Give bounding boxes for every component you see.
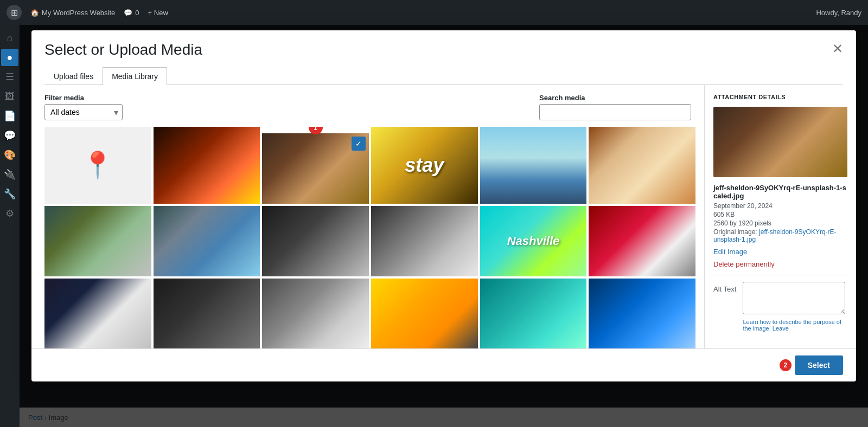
media-item-16[interactable] — [371, 279, 478, 349]
media-grid: 📍 1 ✓ — [44, 127, 700, 348]
panel-date: September 20, 2024 — [713, 202, 847, 210]
media-thumb-11: Nashville — [480, 206, 587, 276]
panel-learn-link[interactable]: Learn how to describe the purpose of the… — [743, 319, 847, 332]
media-thumb-5 — [480, 127, 587, 204]
panel-filename: jeff-sheldon-9SyOKYrq-rE-unsplash-1-scal… — [713, 184, 847, 200]
media-thumb-17 — [480, 279, 587, 349]
panel-dimensions: 2560 by 1920 pixels — [713, 219, 847, 227]
media-grid-wrapper: 📍 1 ✓ — [44, 127, 700, 348]
sidebar-icon-media[interactable]: 🖼 — [1, 88, 18, 105]
media-item-11[interactable]: Nashville — [480, 206, 587, 276]
search-input[interactable] — [539, 104, 691, 120]
media-item-6[interactable] — [589, 127, 695, 204]
media-item-18[interactable] — [589, 279, 695, 349]
media-item-4[interactable]: stay — [371, 127, 478, 204]
media-modal: Select or Upload Media ✕ Upload files Me… — [20, 25, 868, 427]
panel-original-label: Original image: jeff-sheldon-9SyOKYrq-rE… — [713, 228, 847, 243]
media-thumb-13 — [44, 279, 151, 349]
panel-divider — [713, 275, 847, 275]
tab-library[interactable]: Media Library — [103, 67, 167, 85]
panel-thumbnail — [713, 107, 847, 177]
media-thumb-4: stay — [371, 127, 478, 204]
comments-link[interactable]: 💬 0 — [124, 9, 139, 17]
date-filter-select[interactable]: All dates September 2024 August 2024 — [44, 104, 123, 120]
modal-body: Filter media All dates September 2024 Au… — [31, 85, 856, 348]
wp-logo[interactable]: ⊞ — [7, 5, 22, 20]
media-thumb-6 — [589, 127, 695, 204]
media-item-15[interactable] — [262, 279, 369, 349]
sidebar-icon-appearance[interactable]: 🎨 — [1, 146, 18, 164]
media-item-14[interactable] — [154, 279, 260, 349]
media-item-13[interactable] — [44, 279, 151, 349]
media-item-1[interactable]: 📍 — [44, 127, 151, 204]
modal-close-button[interactable]: ✕ — [828, 39, 847, 59]
media-item-3[interactable]: ✓ — [262, 133, 369, 204]
media-thumb-2 — [154, 127, 260, 204]
modal-header: Select or Upload Media ✕ Upload files Me… — [31, 30, 856, 85]
media-thumb-7 — [44, 206, 151, 276]
media-thumb-18 — [589, 279, 695, 349]
media-item-10[interactable] — [371, 206, 478, 276]
date-filter-wrapper: All dates September 2024 August 2024 — [44, 104, 123, 120]
media-thumb-9 — [262, 206, 369, 276]
media-item-8[interactable] — [154, 206, 260, 276]
sidebar-icon-tools[interactable]: 🔧 — [1, 185, 18, 203]
date-filter-group: Filter media All dates September 2024 Au… — [44, 94, 123, 120]
sidebar-icon-comments[interactable]: 💬 — [1, 127, 18, 144]
attachment-panel: ATTACHMENT DETAILS jeff-sheldon-9SyOKYrq… — [704, 85, 856, 348]
media-thumb-10 — [371, 206, 478, 276]
step-2-badge: 2 — [780, 359, 792, 371]
sidebar-icon-plugins[interactable]: 🔌 — [1, 166, 18, 183]
media-item-12[interactable] — [589, 206, 695, 276]
site-name-link[interactable]: 🏠 My WordPress Website — [30, 9, 115, 17]
modal-footer: 2 Select — [31, 348, 856, 381]
media-item-5[interactable] — [480, 127, 587, 204]
media-thumb-8 — [154, 206, 260, 276]
user-greeting: Howdy, Randy — [816, 9, 861, 17]
panel-alt-text-row: Alt Text Learn how to describe the purpo… — [713, 282, 847, 332]
sidebar-icon-dashboard[interactable]: ⌂ — [1, 29, 18, 47]
media-item-7[interactable] — [44, 206, 151, 276]
panel-title: ATTACHMENT DETAILS — [713, 94, 847, 100]
panel-alt-text-container: Learn how to describe the purpose of the… — [743, 282, 847, 332]
media-thumb-12 — [589, 206, 695, 276]
panel-alt-text-input[interactable] — [743, 282, 845, 314]
sidebar-icon-settings[interactable]: ⚙ — [1, 205, 18, 222]
media-item-2[interactable] — [154, 127, 260, 204]
new-content-link[interactable]: + New — [148, 9, 168, 17]
admin-bar: ⊞ 🏠 My WordPress Website 💬 0 + New Howdy… — [0, 0, 868, 25]
modal-tabs: Upload files Media Library — [44, 67, 843, 85]
modal-title: Select or Upload Media — [44, 41, 843, 59]
sidebar-icon-active[interactable]: ● — [1, 49, 18, 66]
panel-filesize: 605 KB — [713, 211, 847, 218]
select-button-wrapper: 2 Select — [780, 355, 843, 375]
filter-bar: Filter media All dates September 2024 Au… — [44, 94, 704, 120]
media-item-3-wrapper: 1 ✓ — [262, 127, 369, 204]
media-thumb-15 — [262, 279, 369, 349]
sidebar-icon-pages[interactable]: 📄 — [1, 107, 18, 125]
panel-alt-text-label: Alt Text — [713, 282, 736, 293]
select-button[interactable]: Select — [795, 355, 843, 375]
sidebar-icon-posts[interactable]: ☰ — [1, 68, 18, 86]
sidebar: ⌂ ● ☰ 🖼 📄 💬 🎨 🔌 🔧 ⚙ — [0, 25, 20, 427]
home-icon: 🏠 — [30, 9, 39, 17]
modal-window: Select or Upload Media ✕ Upload files Me… — [31, 30, 856, 381]
media-item-17[interactable] — [480, 279, 587, 349]
media-item-9[interactable] — [262, 206, 369, 276]
filter-label: Filter media — [44, 94, 123, 102]
media-thumb-1: 📍 — [44, 127, 151, 204]
media-thumb-16 — [371, 279, 478, 349]
selected-checkmark: ✓ — [352, 137, 366, 151]
comments-icon: 💬 — [124, 9, 132, 17]
panel-delete-link[interactable]: Delete permanently — [713, 260, 847, 268]
panel-edit-link[interactable]: Edit Image — [713, 248, 847, 256]
search-label: Search media — [539, 94, 691, 102]
media-thumb-14 — [154, 279, 260, 349]
tab-upload[interactable]: Upload files — [44, 67, 103, 85]
media-area: Filter media All dates September 2024 Au… — [31, 85, 704, 348]
search-group: Search media — [539, 94, 691, 120]
